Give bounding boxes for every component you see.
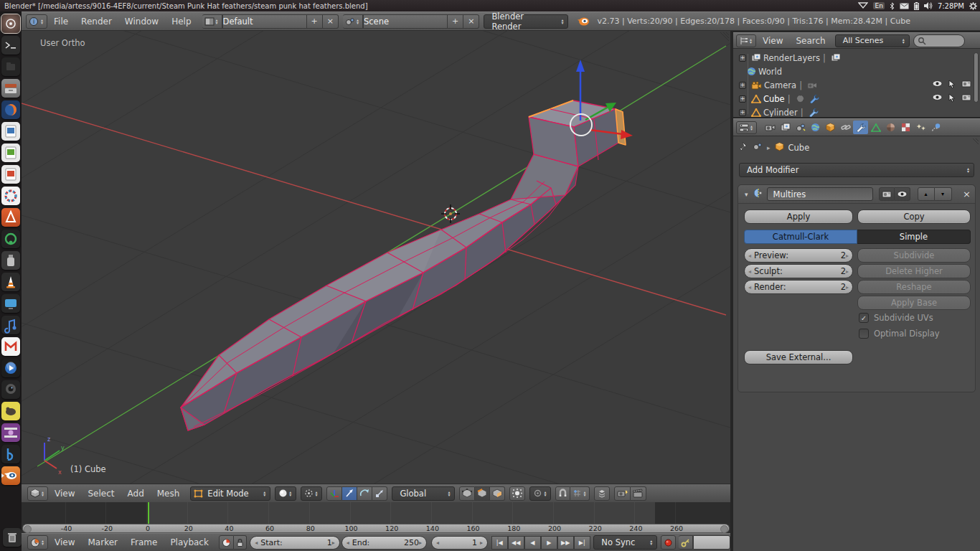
optimal-display-checkbox[interactable]	[859, 329, 869, 339]
timeline-frames[interactable]	[22, 502, 730, 524]
launcher-blender-icon[interactable]	[1, 466, 20, 485]
viewport-3d[interactable]: z y x User Ortho (1) Cube ▴▾ View Select…	[22, 31, 730, 502]
copy-button[interactable]: Copy	[857, 209, 971, 224]
prev-keyframe-button[interactable]: ◀◀	[508, 536, 524, 550]
row-label[interactable]: World	[758, 67, 782, 77]
mail-icon[interactable]	[900, 3, 909, 9]
render-engine-dropdown[interactable]: Blender Render ▴▾	[484, 14, 568, 29]
session-gear-icon[interactable]	[969, 2, 977, 10]
clock[interactable]: 7:28PM	[938, 2, 964, 10]
menu-render[interactable]: Render	[75, 17, 118, 27]
tl-menu-marker[interactable]: Marker	[82, 537, 124, 547]
expand-icon[interactable]: +	[739, 109, 746, 116]
vp-menu-add[interactable]: Add	[121, 489, 151, 499]
tab-constraints[interactable]	[838, 121, 853, 134]
time-indicator-button[interactable]	[219, 535, 234, 550]
opengl-render-image-button[interactable]	[614, 486, 631, 501]
launcher-media-player-icon[interactable]	[1, 359, 20, 377]
snap-toggle-button[interactable]	[555, 486, 570, 501]
editor-type-info-button[interactable]: i ▴▾	[26, 14, 47, 29]
breadcrumb-object-name[interactable]: Cube	[788, 143, 810, 153]
launcher-writer-icon[interactable]	[1, 122, 20, 141]
outliner-row-renderlayers[interactable]: + RenderLayers |	[733, 51, 980, 65]
launcher-hub-icon[interactable]	[1, 187, 20, 205]
menu-help[interactable]: Help	[165, 17, 197, 27]
save-external-button[interactable]: Save External...	[744, 350, 853, 364]
mode-dropdown[interactable]: Edit Mode ▴▾	[190, 486, 270, 501]
tl-menu-view[interactable]: View	[48, 537, 81, 547]
launcher-video-editor-icon[interactable]	[1, 423, 20, 442]
timeline-playhead[interactable]	[148, 502, 149, 524]
reshape-button[interactable]: Reshape	[857, 280, 971, 294]
mesh-data-icon[interactable]	[796, 94, 805, 103]
catmull-clark-button[interactable]: Catmull-Clark	[744, 230, 857, 244]
launcher-impress-icon[interactable]	[1, 165, 20, 184]
hide-eye-icon[interactable]	[932, 80, 943, 91]
corner-widget[interactable]	[720, 32, 729, 41]
ol-menu-view[interactable]: View	[756, 36, 789, 46]
lock-button[interactable]	[234, 535, 247, 550]
outliner-row-camera[interactable]: + Camera |	[733, 78, 980, 92]
scene-add-button[interactable]: +	[448, 14, 463, 29]
launcher-software-center-icon[interactable]	[1, 208, 20, 227]
properties-corner-widget[interactable]	[970, 138, 979, 147]
apply-base-button[interactable]: Apply Base	[857, 296, 971, 310]
launcher-ubuntu-dash-icon[interactable]	[1, 14, 20, 33]
launcher-calc-icon[interactable]	[1, 143, 20, 162]
limit-visible-button[interactable]	[509, 486, 525, 501]
move-modifier-down-button[interactable]: ▾	[935, 187, 952, 201]
launcher-usb-drive-icon[interactable]	[1, 251, 20, 270]
tab-modifiers[interactable]	[853, 121, 868, 134]
delete-higher-button[interactable]: Delete Higher	[857, 264, 971, 278]
manipulator-toggle-button[interactable]	[326, 486, 342, 501]
layout-add-button[interactable]: +	[307, 14, 323, 29]
bluetooth-icon[interactable]	[890, 2, 895, 10]
tab-material[interactable]	[883, 121, 898, 134]
tab-world[interactable]	[808, 121, 823, 134]
volume-icon[interactable]	[924, 2, 933, 9]
scene-crumb-icon[interactable]	[753, 142, 763, 153]
viewport-canvas[interactable]: z y x	[22, 31, 730, 502]
launcher-b-app-icon[interactable]	[1, 445, 20, 463]
mesh-cube-editmode[interactable]	[181, 100, 626, 430]
expand-icon[interactable]: +	[739, 82, 746, 89]
tab-render[interactable]	[763, 121, 778, 134]
launcher-gmail-icon[interactable]	[1, 337, 20, 356]
shading-dropdown[interactable]: ▴▾	[275, 486, 296, 501]
row-label[interactable]: Camera	[764, 80, 796, 90]
selectable-cursor-icon[interactable]	[948, 80, 956, 91]
edge-select-button[interactable]	[475, 486, 490, 501]
orientation-dropdown[interactable]: Global ▴▾	[392, 486, 455, 501]
editor-type-properties-button[interactable]: ▴▾	[736, 121, 757, 134]
layers-widget[interactable]	[594, 486, 610, 501]
tab-texture[interactable]	[898, 121, 913, 134]
scene-delete-button[interactable]: ×	[463, 14, 479, 29]
sculpt-slider[interactable]: ◂ Sculpt: 2 ▸	[744, 264, 853, 278]
tab-render-layers[interactable]	[778, 121, 793, 134]
collapse-icon[interactable]: ▾	[743, 191, 750, 198]
render-slider[interactable]: ◂ Render: 2 ▸	[744, 280, 853, 294]
jump-start-button[interactable]: |◀	[491, 536, 508, 550]
cube-crumb-icon[interactable]	[775, 142, 784, 154]
launcher-firefox-icon[interactable]	[1, 100, 20, 119]
outliner-search-input[interactable]	[913, 34, 965, 47]
outliner-row-world[interactable]: World	[733, 65, 980, 78]
launcher-trash-icon[interactable]	[3, 528, 22, 547]
row-label[interactable]: Cylinder	[763, 108, 798, 118]
outliner-row-cylinder[interactable]: + Cylinder |	[733, 105, 980, 117]
current-frame-field[interactable]: ◂ 1 ▸	[431, 536, 488, 550]
scene-name-field[interactable]: Scene	[363, 14, 448, 29]
outliner-filter-dropdown[interactable]: All Scenes ▴▾	[835, 34, 910, 47]
vp-menu-view[interactable]: View	[48, 489, 81, 499]
outliner-row-cube[interactable]: + Cube |	[733, 92, 980, 105]
keying-set-field[interactable]	[693, 535, 730, 550]
timeline-ruler[interactable]: -40-200204060801001201401601802002202402…	[22, 524, 730, 533]
move-modifier-up-button[interactable]: ▴	[918, 187, 935, 201]
next-keyframe-button[interactable]: ▶▶	[557, 536, 574, 550]
scale-manipulator-button[interactable]	[372, 486, 387, 501]
keyboard-indicator[interactable]: En	[873, 2, 884, 9]
jump-end-button[interactable]: ▶|	[574, 536, 590, 550]
row-label[interactable]: RenderLayers	[763, 53, 820, 63]
tab-particles[interactable]	[913, 121, 928, 134]
tl-menu-playback[interactable]: Playback	[164, 537, 215, 547]
